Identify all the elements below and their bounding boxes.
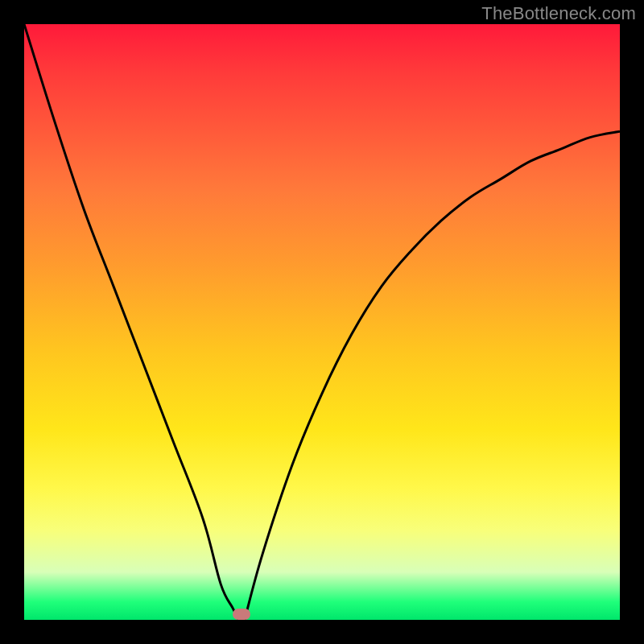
curve-left-branch bbox=[24, 24, 238, 620]
chart-frame: TheBottleneck.com bbox=[0, 0, 644, 644]
curve-right-branch bbox=[245, 131, 620, 620]
bottleneck-curve bbox=[24, 24, 620, 620]
plot-area bbox=[24, 24, 620, 620]
watermark-text: TheBottleneck.com bbox=[481, 3, 636, 24]
optimal-point-marker bbox=[233, 609, 250, 620]
